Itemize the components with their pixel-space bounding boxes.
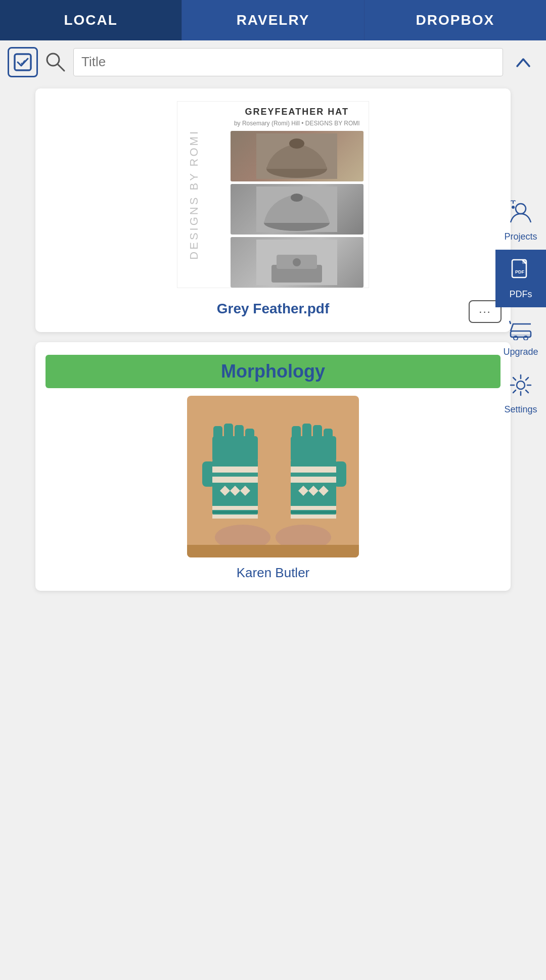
pdfs-icon: PDF (508, 257, 533, 287)
sidebar-item-projects[interactable]: Projects (495, 192, 546, 250)
morphology-card: Morphology (35, 342, 511, 591)
svg-point-50 (512, 206, 515, 209)
hat-image-2 (231, 184, 364, 235)
settings-icon (508, 372, 533, 402)
sidebar-item-pdfs[interactable]: PDF PDFs (495, 250, 546, 307)
svg-rect-28 (212, 506, 258, 510)
svg-rect-45 (291, 515, 336, 519)
right-sidebar: Projects PDF PDFs Upgrade (495, 192, 546, 423)
checkbox-icon[interactable]: ✓ (8, 47, 38, 77)
sidebar-item-settings[interactable]: Settings (495, 365, 546, 423)
svg-rect-37 (334, 461, 346, 487)
search-button[interactable] (43, 50, 68, 75)
svg-rect-39 (291, 477, 336, 483)
hat-image-1 (231, 131, 364, 181)
svg-rect-23 (212, 466, 258, 473)
svg-rect-36 (324, 429, 333, 441)
svg-rect-21 (245, 429, 254, 441)
svg-line-59 (510, 321, 511, 324)
search-input-wrap[interactable] (73, 48, 503, 76)
more-dots-icon: ··· (479, 305, 491, 318)
collapse-button[interactable] (508, 47, 538, 77)
svg-line-4 (58, 64, 64, 71)
author-name: Karen Butler (46, 565, 500, 581)
svg-rect-33 (292, 426, 301, 441)
pdf-card-content: DESIGNS BY ROMI GREYFEATHER HAT by Rosem… (46, 101, 500, 322)
pdf-watermark: DESIGNS BY ROMI (188, 102, 201, 288)
svg-point-10 (291, 194, 303, 202)
tab-ravelry[interactable]: RAVELRY (182, 0, 364, 40)
svg-rect-22 (202, 461, 215, 487)
svg-point-14 (293, 258, 301, 266)
search-bar: ✓ (0, 40, 546, 83)
tab-local[interactable]: LOCAL (0, 0, 182, 40)
tab-dropbox[interactable]: DROPBOX (365, 0, 546, 40)
pdf-cover-subtitle: by Rosemary (Romi) Hill • DESIGNS BY ROM… (231, 120, 364, 127)
hat-image-3 (231, 237, 364, 288)
tab-bar: LOCAL RAVELRY DROPBOX (0, 0, 546, 40)
pdf-preview: DESIGNS BY ROMI GREYFEATHER HAT by Rosem… (46, 101, 500, 293)
svg-rect-20 (235, 425, 244, 441)
pdf-filename: Grey Feather.pdf (217, 301, 330, 317)
settings-label: Settings (504, 404, 537, 415)
svg-rect-19 (224, 424, 233, 441)
grey-feather-card: DESIGNS BY ROMI GREYFEATHER HAT by Rosem… (35, 88, 511, 332)
projects-icon (508, 200, 533, 229)
upgrade-label: Upgrade (503, 347, 538, 357)
morphology-tag: Morphology (46, 355, 500, 388)
sidebar-item-upgrade[interactable]: Upgrade (495, 307, 546, 365)
upgrade-icon (508, 315, 533, 345)
pdf-cover: DESIGNS BY ROMI GREYFEATHER HAT by Rosem… (177, 101, 369, 288)
svg-rect-35 (313, 425, 322, 441)
svg-text:PDF: PDF (515, 269, 525, 274)
pdf-cover-title: GREYFEATHER HAT (231, 107, 364, 117)
morphology-title: Morphology (221, 361, 325, 382)
svg-point-7 (289, 138, 304, 149)
morphology-image (187, 396, 359, 557)
svg-point-49 (516, 204, 526, 214)
pdfs-label: PDFs (510, 289, 532, 300)
svg-rect-29 (212, 511, 258, 514)
main-content: DESIGNS BY ROMI GREYFEATHER HAT by Rosem… (0, 83, 546, 606)
search-input[interactable] (81, 54, 495, 70)
svg-text:✓: ✓ (20, 58, 26, 67)
svg-rect-38 (291, 466, 336, 473)
svg-rect-34 (302, 424, 311, 441)
svg-rect-43 (291, 506, 336, 510)
svg-point-60 (517, 381, 525, 389)
projects-label: Projects (504, 231, 537, 242)
svg-rect-24 (212, 477, 258, 483)
pdf-cover-right: GREYFEATHER HAT by Rosemary (Romi) Hill … (225, 102, 369, 293)
svg-rect-30 (212, 515, 258, 519)
svg-rect-44 (291, 511, 336, 514)
svg-rect-48 (187, 545, 359, 557)
svg-rect-53 (522, 260, 526, 264)
pdf-images (231, 131, 364, 288)
svg-rect-18 (213, 426, 222, 441)
